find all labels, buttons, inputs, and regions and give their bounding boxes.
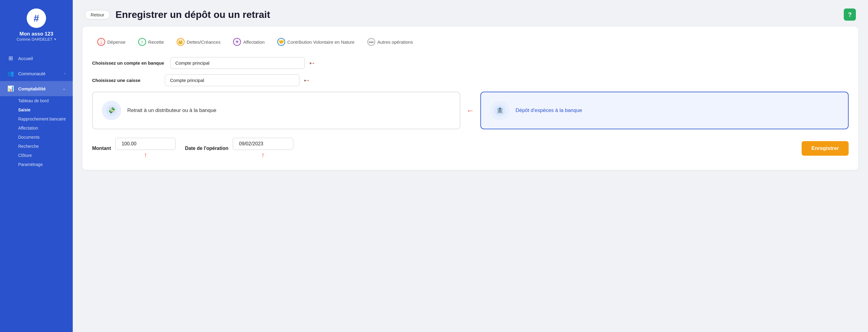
sidebar-nav: ⊞ Accueil 👥 Communauté › 📊 Comptabilité … — [0, 51, 73, 169]
compte-banque-row: Choisissez un compte en banque Compte pr… — [92, 57, 848, 69]
sidebar-subitem-affectation[interactable]: Affectation — [18, 123, 73, 133]
sidebar-subitem-saisie[interactable]: Saisie — [18, 105, 73, 114]
date-field: Date de l'opération ↑ — [185, 138, 293, 159]
op-card-depot[interactable]: 🏦 Dépôt d'espèces à la banque — [480, 92, 848, 129]
tab-depense-label: Dépense — [107, 39, 125, 45]
date-input-wrap: ↑ — [233, 138, 293, 159]
logo-icon: # — [34, 13, 39, 23]
accueil-icon: ⊞ — [7, 55, 14, 62]
sidebar-item-label: Accueil — [18, 56, 65, 61]
compte-banque-label: Choisissez un compte en banque — [92, 60, 164, 65]
sidebar-subitem-documents[interactable]: Documents — [18, 133, 73, 142]
depot-icon: 🏦 — [490, 101, 509, 120]
bottom-form: Montant ↑ Date de l'opération ↑ Enregist… — [92, 138, 848, 159]
main-content: Retour Enregistrer un dépôt ou un retrai… — [73, 0, 868, 332]
op-card-retrait[interactable]: 💸 Retrait à un distributeur ou à la banq… — [92, 92, 460, 129]
op-middle-arrow-icon: ← — [466, 92, 474, 129]
sidebar-logo: # Mon asso 123 Corinne DARDELET ▾ — [0, 0, 73, 48]
montant-label: Montant — [92, 146, 111, 151]
arrow-right-caisse-icon: → — [304, 77, 310, 84]
svg-text:🏦: 🏦 — [496, 107, 504, 114]
page-header: Retour Enregistrer un dépôt ou un retrai… — [73, 0, 868, 27]
svg-text:💸: 💸 — [108, 107, 116, 114]
tab-depense[interactable]: ↓ Dépense — [92, 35, 131, 49]
recette-icon: ↑ — [138, 38, 146, 46]
sidebar-item-communaute[interactable]: 👥 Communauté › — [0, 66, 73, 81]
caisse-label: Choisissez une caisse — [92, 78, 159, 83]
help-button[interactable]: ? — [844, 8, 856, 21]
caisse-row: Choisissez une caisse Compte principal ▾… — [92, 74, 848, 86]
caisse-select[interactable]: Compte principal — [165, 74, 300, 86]
compte-banque-select-wrap: Compte principal ▾ → — [170, 57, 316, 69]
tab-recette-label: Recette — [148, 39, 164, 45]
arrow-up-montant-icon: ↑ — [144, 151, 147, 159]
sidebar-item-accueil[interactable]: ⊞ Accueil — [0, 51, 73, 66]
sidebar-subnav: Tableau de bord Saisie Rapprochement ban… — [0, 96, 73, 169]
sidebar-subitem-rapprochement[interactable]: Rapprochement bancaire — [18, 114, 73, 123]
sidebar-subitem-tableau[interactable]: Tableau de bord — [18, 96, 73, 105]
sidebar-item-label: Communauté — [18, 71, 60, 76]
tab-autres-label: Autres opérations — [377, 39, 413, 45]
org-name: Mon asso 123 — [20, 31, 53, 37]
page-title: Enregistrer un dépôt ou un retrait — [116, 9, 838, 20]
autres-icon: ••• — [367, 38, 375, 46]
tabs: ↓ Dépense ↑ Recette 👑 Dettes/Créances ✦ … — [92, 35, 848, 49]
contribution-icon: 🤝 — [277, 38, 285, 46]
logo-circle: # — [27, 8, 46, 28]
montant-input[interactable] — [115, 138, 176, 150]
dettes-icon: 👑 — [177, 38, 185, 46]
comptabilite-icon: 📊 — [7, 85, 14, 92]
arrow-right-icon: → — [309, 59, 316, 67]
sidebar-item-comptabilite[interactable]: 📊 Comptabilité ⌄ — [0, 81, 73, 96]
tab-dettes-label: Dettes/Créances — [187, 39, 221, 45]
tab-recette[interactable]: ↑ Recette — [133, 35, 169, 49]
tab-contribution[interactable]: 🤝 Contribution Volontaire en Nature — [272, 35, 360, 49]
user-chevron-icon: ▾ — [54, 37, 56, 41]
montant-field: Montant ↑ — [92, 138, 176, 159]
enregistrer-button[interactable]: Enregistrer — [802, 141, 848, 156]
affectation-icon: ✦ — [233, 38, 241, 46]
montant-input-wrap: ↑ — [115, 138, 176, 159]
chevron-right-icon: › — [64, 71, 65, 76]
operation-cards: 💸 Retrait à un distributeur ou à la banq… — [92, 92, 848, 129]
tab-autres[interactable]: ••• Autres opérations — [362, 35, 418, 49]
compte-banque-select[interactable]: Compte principal — [170, 57, 305, 69]
tab-contribution-label: Contribution Volontaire en Nature — [287, 39, 354, 45]
depot-label: Dépôt d'espèces à la banque — [516, 107, 582, 113]
sidebar: # Mon asso 123 Corinne DARDELET ▾ ⊞ Accu… — [0, 0, 73, 332]
arrow-up-date-icon: ↑ — [261, 151, 265, 159]
sidebar-subitem-parametrage[interactable]: Paramétrage — [18, 160, 73, 169]
main-card: ↓ Dépense ↑ Recette 👑 Dettes/Créances ✦ … — [83, 27, 858, 170]
sidebar-subitem-recherche[interactable]: Recherche — [18, 142, 73, 151]
retrait-icon: 💸 — [102, 101, 121, 120]
sidebar-item-label: Comptabilité — [18, 86, 58, 91]
retrait-label: Retrait à un distributeur ou à la banque — [127, 107, 216, 113]
tab-dettes-creances[interactable]: 👑 Dettes/Créances — [172, 35, 226, 49]
user-name: Corinne DARDELET — [17, 37, 53, 42]
communaute-icon: 👥 — [7, 70, 14, 77]
caisse-select-wrap: Compte principal ▾ → — [165, 74, 310, 86]
date-label: Date de l'opération — [185, 146, 228, 151]
depense-icon: ↓ — [97, 38, 105, 46]
chevron-down-icon: ⌄ — [62, 86, 65, 91]
tab-affectation-label: Affectation — [243, 39, 265, 45]
user-info[interactable]: Corinne DARDELET ▾ — [17, 37, 56, 42]
date-input[interactable] — [233, 138, 293, 150]
sidebar-subitem-cloture[interactable]: Clôture — [18, 151, 73, 160]
tab-affectation[interactable]: ✦ Affectation — [228, 35, 270, 49]
back-button[interactable]: Retour — [85, 10, 110, 20]
